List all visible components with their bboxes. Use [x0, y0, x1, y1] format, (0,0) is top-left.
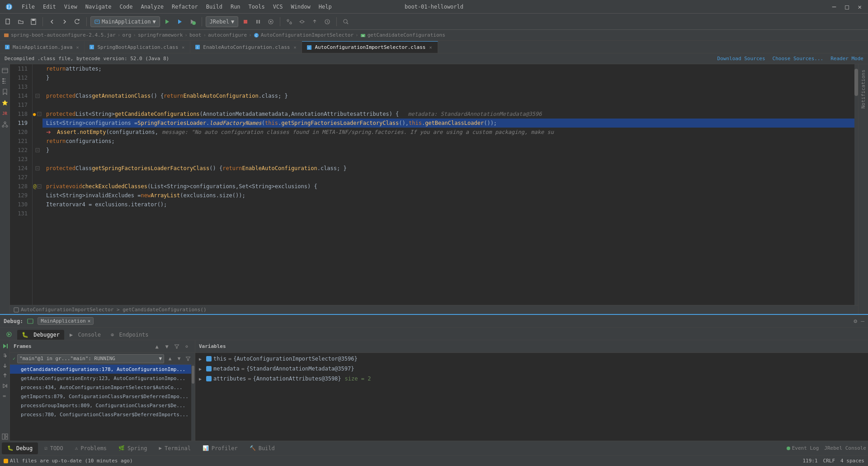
menu-file[interactable]: File [20, 3, 37, 11]
tab-main-close[interactable]: ✕ [75, 44, 80, 50]
run-to-cursor-button[interactable] [1, 382, 9, 390]
var-metadata[interactable]: ▶ metadata = {StandardAnnotationMetadata… [195, 364, 868, 374]
var-metadata-expand[interactable]: ▶ [199, 366, 204, 371]
breadcrumb-org[interactable]: org [122, 32, 131, 38]
evaluate-expression-button[interactable]: = [1, 392, 9, 400]
tab-console[interactable]: ▶ Console [65, 330, 105, 340]
resume-program-button[interactable] [1, 342, 9, 350]
collapse-icon-122[interactable] [35, 147, 40, 153]
step-into-button[interactable] [1, 362, 9, 370]
thread-up-button[interactable]: ▲ [166, 355, 174, 363]
tab-enableauto-close[interactable]: ✕ [292, 44, 297, 50]
breadcrumb-method[interactable]: getCandidateConfigurations [368, 32, 445, 38]
var-this-expand[interactable]: ▶ [199, 357, 204, 361]
jrebel-dropdown[interactable]: JRebel ▼ [206, 16, 239, 27]
menu-window[interactable]: Window [289, 3, 312, 11]
frame-item-4[interactable]: processGroupImports:809, ConfigurationCl… [10, 401, 191, 410]
breadcrumb-autoconfigure[interactable]: autoconfigure [208, 32, 247, 38]
frame-item-5[interactable]: process:780, ConfigurationClassParser$De… [10, 410, 191, 419]
cursor-position[interactable]: 119:1 [802, 458, 817, 464]
run-button[interactable] [162, 16, 173, 27]
structure-icon[interactable] [1, 77, 9, 85]
frames-scrollbar[interactable] [191, 365, 195, 441]
code-scrollbar[interactable] [854, 64, 858, 305]
debug-session-close[interactable]: ✕ [88, 318, 91, 324]
scrollbar-thumb[interactable] [854, 69, 858, 96]
frame-item-3[interactable]: getImports:879, ConfigurationClassParser… [10, 392, 191, 401]
frames-down-button[interactable]: ▼ [162, 342, 171, 351]
menu-help[interactable]: Help [317, 3, 334, 11]
menu-build[interactable]: Build [204, 3, 224, 11]
thread-filter-button[interactable] [184, 355, 192, 363]
menu-refactor[interactable]: Refactor [170, 3, 200, 11]
var-attributes[interactable]: ▶ attributes = {AnnotationAttributes@359… [195, 374, 868, 384]
breadcrumb-boot[interactable]: boot [189, 32, 202, 38]
menu-vcs[interactable]: VCS [271, 3, 285, 11]
tab-enableauto[interactable]: C EnableAutoConfiguration.class ✕ [190, 41, 302, 53]
choose-sources-link[interactable]: Choose Sources... [773, 56, 824, 62]
menu-view[interactable]: View [62, 3, 79, 11]
tab-springboot-close[interactable]: ✕ [181, 44, 185, 50]
indent-settings[interactable]: 4 spaces [840, 458, 864, 464]
frames-scrollbar-thumb[interactable] [192, 366, 194, 384]
git-sidebar-icon[interactable] [1, 120, 9, 128]
project-icon[interactable] [1, 66, 9, 74]
debug-run-button[interactable] [175, 16, 185, 27]
stop-button[interactable] [240, 16, 251, 27]
debug-restart-button[interactable] [4, 329, 14, 340]
maximize-button[interactable]: □ [842, 2, 851, 11]
git-push-button[interactable] [309, 16, 320, 27]
var-attributes-expand[interactable]: ▶ [199, 376, 204, 381]
tab-endpoints[interactable]: ⊕ Endpoints [106, 330, 153, 340]
restore-layout-button[interactable] [1, 433, 9, 441]
forward-button[interactable] [59, 16, 70, 27]
menu-code[interactable]: Code [118, 3, 135, 11]
git-update-button[interactable] [284, 16, 295, 27]
debug-session-dropdown[interactable]: MainApplication ✕ [38, 317, 94, 325]
thread-dropdown[interactable]: "main"@1 in gr..."main": RUNNING ▼ [17, 354, 164, 363]
tab-springboot-application[interactable]: C SpringBootApplication.class ✕ [85, 41, 190, 53]
collapse-icon-128[interactable] [37, 184, 42, 189]
frame-item-2[interactable]: process:434, AutoConfigurationImportSele… [10, 383, 191, 392]
suspend-button[interactable] [253, 16, 264, 27]
close-button[interactable]: ✕ [855, 2, 864, 11]
menu-run[interactable]: Run [229, 3, 242, 11]
collapse-icon-114[interactable] [35, 93, 40, 99]
frame-item-1[interactable]: getAutoConfigurationEntry:123, AutoConfi… [10, 374, 191, 383]
run-config-dropdown[interactable]: MainApplication ▼ [90, 16, 160, 27]
breadcrumb-springframework[interactable]: springframework [138, 32, 183, 38]
git-history-button[interactable] [322, 16, 333, 27]
favorites-icon[interactable]: ⭐ [1, 99, 9, 107]
frames-filter-button[interactable] [172, 342, 181, 351]
debug-close-icon[interactable]: — [861, 318, 864, 324]
line-ending[interactable]: CRLF [823, 458, 835, 464]
jrebel-console-item[interactable]: JRebel Console [824, 445, 866, 451]
bottom-tab-spring[interactable]: 🌿 Spring [113, 442, 152, 454]
bottom-tab-terminal[interactable]: ▶ Terminal [153, 442, 196, 454]
save-button[interactable] [28, 16, 39, 27]
search-everywhere-button[interactable] [340, 16, 351, 27]
download-sources-link[interactable]: Download Sources [717, 56, 765, 62]
debug-settings-icon[interactable]: ⚙ [854, 318, 857, 324]
menu-navigate[interactable]: Navigate [84, 3, 113, 11]
menu-edit[interactable]: Edit [41, 3, 58, 11]
collapse-icon-118[interactable] [37, 111, 42, 117]
frames-up-button[interactable]: ▲ [152, 342, 161, 351]
new-file-button[interactable] [3, 16, 14, 27]
step-out-button[interactable] [1, 372, 9, 380]
back-button[interactable] [47, 16, 57, 27]
bottom-tab-profiler[interactable]: 📊 Profiler [197, 442, 243, 454]
menu-tools[interactable]: Tools [247, 3, 267, 11]
tab-autoimport[interactable]: C AutoConfigurationImportSelector.class … [302, 41, 438, 53]
bookmarks-icon[interactable] [1, 88, 9, 96]
menu-analyze[interactable]: Analyze [139, 3, 165, 11]
bottom-tab-todo[interactable]: ☑ TODO [39, 442, 69, 454]
thread-down-button[interactable]: ▼ [175, 355, 183, 363]
tab-autoimport-close[interactable]: ✕ [428, 44, 433, 50]
open-button[interactable] [15, 16, 26, 27]
step-over-button[interactable] [1, 352, 9, 360]
minimize-button[interactable]: ─ [830, 2, 839, 11]
git-commit-button[interactable] [297, 16, 307, 27]
bottom-tab-build[interactable]: 🔨 Build [244, 442, 280, 454]
frame-item-0[interactable]: getCandidateConfigurations:178, AutoConf… [10, 365, 191, 374]
